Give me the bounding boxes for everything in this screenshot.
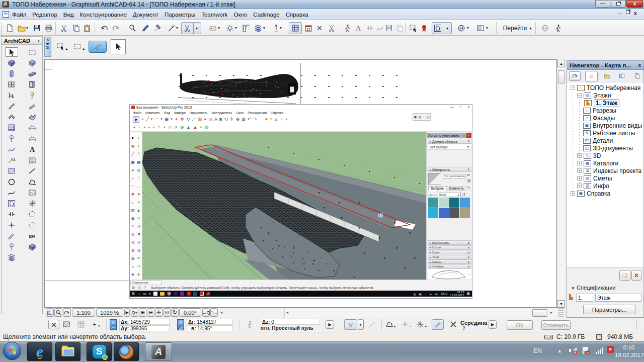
topo-survey-drawing[interactable] (176, 68, 302, 108)
su-tk-ps-icon[interactable]: P (174, 292, 178, 296)
su-tk-photos-icon[interactable] (193, 292, 197, 296)
frame-select-button[interactable] (408, 23, 419, 34)
su-pal-k[interactable]: ♡ (137, 176, 140, 180)
vscroll-down-arrow[interactable]: ▼ (557, 300, 565, 308)
su-swatch-4[interactable] (460, 198, 470, 208)
su-swatch-5[interactable] (428, 208, 438, 218)
su-tk-start-icon[interactable]: ⊞ (132, 292, 136, 296)
specs-name-field[interactable]: Этаж (595, 294, 641, 302)
su-eraser-tool[interactable]: ◗ (141, 117, 144, 122)
su-menu-tools[interactable]: Инструменты (210, 111, 234, 115)
su-pal-g[interactable]: ▦ (137, 160, 141, 164)
delete-button[interactable]: ✕ (631, 270, 641, 281)
su-tk-store-icon[interactable] (153, 292, 157, 296)
ok-button[interactable]: ОК (507, 320, 533, 330)
snap-cursor-pressed[interactable]: ▽ (344, 319, 357, 330)
tool-window[interactable] (8, 80, 16, 88)
su-menu-view[interactable]: Вид (162, 111, 172, 115)
coord-dz-row[interactable]: Δz: 0 (261, 319, 320, 325)
tree-item-stories[interactable]: −▤Этажи (577, 92, 611, 99)
su-pal-ah[interactable]: ❖ (131, 273, 134, 277)
calendar-button[interactable] (303, 23, 314, 34)
tool-t-button[interactable] (353, 23, 364, 34)
su-pal-ad[interactable]: ⊠ (131, 256, 135, 261)
su-credits-icon[interactable]: ◎ (138, 286, 141, 290)
su-tk-folder-icon[interactable] (160, 292, 165, 296)
su-menu-window[interactable]: Окно (234, 111, 246, 115)
orbit-button[interactable]: ↻ (171, 308, 179, 317)
su-orbit-tool[interactable]: ⟲ (224, 117, 228, 122)
view-page-pressed[interactable]: ▾ (432, 22, 452, 34)
su-arc-tool[interactable]: ◠ (154, 117, 158, 122)
su-swatch-8[interactable] (460, 208, 470, 218)
su-protractor-tool[interactable]: ◶ (208, 117, 212, 122)
tree-item-elevations[interactable]: ⌂Фасады (583, 114, 615, 122)
seal-button[interactable] (419, 23, 430, 34)
tree-item-schedules[interactable]: +▦Каталоги (577, 159, 618, 167)
coord-angle-row[interactable]: в: 14,95° (187, 325, 233, 331)
coord-dy-row[interactable]: Δy: 399365 (119, 325, 170, 331)
sketchup-maximize-icon[interactable]: □ (460, 105, 462, 109)
tool-lamp[interactable] (28, 92, 36, 100)
plus-icon[interactable]: + (93, 321, 97, 328)
su-rotate-tool[interactable]: ↻ (186, 117, 190, 122)
tool-arrow[interactable] (5, 47, 18, 57)
su-tb2-9[interactable]: ✈ (174, 125, 178, 130)
su-pushpull-tool[interactable]: ✦ (175, 117, 179, 122)
su-menu-extensions[interactable]: Расширения (246, 111, 269, 115)
su-pal-af[interactable]: ⌂ (132, 264, 134, 269)
tool-label[interactable] (8, 156, 16, 164)
resize-grip[interactable] (557, 308, 565, 317)
su-tk-pdf-icon[interactable]: P (187, 292, 191, 296)
tool-detail[interactable] (28, 210, 36, 218)
su-pal-ae[interactable]: ↶ (137, 256, 141, 261)
nav-publisher-button[interactable] (631, 71, 643, 81)
su-material-paint-icon[interactable]: ▤ (467, 179, 471, 183)
menu-teamwork[interactable]: Teamwork (198, 12, 230, 18)
zoom-pm-button[interactable]: Q± (131, 308, 138, 317)
su-extra4[interactable]: ◔ (280, 117, 283, 122)
close-tool-icon[interactable] (314, 23, 325, 34)
su-help-icon[interactable]: ? (144, 286, 146, 289)
zoom-menu-arrow[interactable]: ▶ (124, 308, 130, 317)
tool-image[interactable] (28, 189, 36, 197)
su-shape-tool[interactable]: ▣ (165, 117, 169, 122)
tool-wall[interactable] (8, 59, 16, 67)
menu-document[interactable]: Документ (130, 12, 162, 18)
scale-button[interactable]: 1:100 (72, 308, 95, 317)
tool-angle-dim[interactable] (8, 145, 16, 153)
close-button[interactable]: x (626, 0, 643, 8)
menu-design[interactable]: Конструирование (77, 12, 130, 18)
menu-view[interactable]: Вид (60, 12, 77, 18)
su-pal-n[interactable]: ✥ (131, 192, 135, 197)
su-entity-info-header[interactable]: ▸Данные объекта≡ (428, 139, 471, 144)
tray-network-icon[interactable] (596, 347, 604, 354)
su-next-tool[interactable]: ↷ (253, 117, 257, 122)
zoom-percent-button[interactable]: 1019 % (96, 308, 123, 317)
su-pal-l[interactable]: ◠ (131, 184, 135, 189)
su-pal-p[interactable]: ◒ (132, 200, 134, 205)
su-materials-header[interactable]: ▸Материалы≡ (428, 167, 471, 172)
su-extra3[interactable]: ◭ (275, 117, 278, 122)
su-panel-scenes[interactable]: ▸Сцены≡ (428, 259, 471, 264)
nav-project-map-button[interactable]: ⌂ (585, 71, 598, 81)
taskbar-ie-button[interactable]: e (27, 342, 52, 361)
su-tb2-7[interactable]: ◖ (163, 125, 166, 130)
tool-ramp[interactable] (28, 102, 36, 110)
quickview-button[interactable] (46, 308, 54, 317)
coord-expand-button[interactable]: ▶ (326, 320, 334, 329)
su-text-tool[interactable]: A (214, 117, 217, 122)
tool-beam[interactable] (28, 70, 36, 78)
su-panel-layers[interactable]: ▸Слои≡ (428, 250, 471, 254)
snap-guide-icon[interactable] (449, 320, 457, 330)
su-tb2-2[interactable]: ◔ (138, 125, 140, 130)
tray-hidden-icons-arrow[interactable]: ▲ (557, 348, 562, 353)
walker-button[interactable] (552, 23, 564, 34)
nav-layoutbook-button[interactable] (616, 71, 628, 81)
eraser-active-button[interactable] (89, 41, 107, 53)
su-menu-edit[interactable]: Изменить (143, 111, 162, 115)
su-swatch-7[interactable] (449, 208, 459, 218)
su-select-tool[interactable]: ➤ (133, 116, 139, 123)
tool-radial-dim[interactable] (8, 135, 16, 143)
su-pal-e[interactable]: ⌇ (138, 152, 140, 156)
